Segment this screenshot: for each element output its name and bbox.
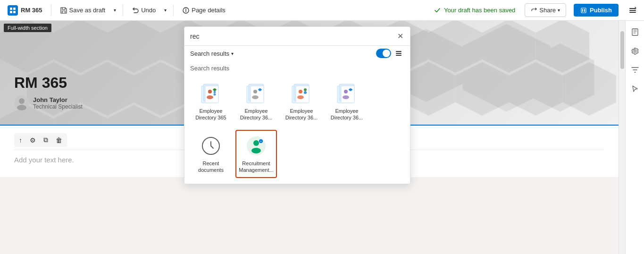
undo-button[interactable]: Undo — [128, 5, 159, 16]
svg-rect-2 — [10, 11, 12, 13]
topbar: RM 365 Save as draft ▾ Undo ▾ Page detai… — [0, 0, 644, 21]
hero-user-name: John Taylor — [33, 96, 83, 103]
publish-label: Publish — [590, 7, 612, 14]
scroll-thumb[interactable] — [620, 31, 624, 69]
svg-point-52 — [251, 148, 261, 153]
draft-saved-status: Your draft has been saved — [434, 7, 515, 14]
duplicate-icon[interactable]: ⧉ — [42, 135, 50, 145]
undo-arrow[interactable]: ▾ — [162, 6, 168, 15]
search-results-grid: EmployeeDirectory 365 — [190, 77, 404, 178]
svg-rect-5 — [581, 8, 586, 13]
svg-point-23 — [207, 95, 213, 99]
hero-user-info: John Taylor Technical Specialist — [33, 96, 83, 110]
publish-button[interactable]: Publish — [574, 4, 619, 17]
svg-point-45 — [344, 90, 348, 93]
search-input[interactable] — [190, 33, 393, 40]
svg-point-40 — [304, 88, 307, 91]
search-filter-toggle — [376, 49, 404, 58]
settings-icon[interactable]: ⚙ — [28, 135, 38, 145]
search-filter-row: Search results ▾ — [184, 46, 410, 61]
svg-rect-15 — [632, 29, 638, 35]
layout-toggle-button[interactable] — [625, 3, 640, 18]
fullwidth-badge: Full-width section — [4, 24, 51, 32]
svg-point-14 — [17, 105, 26, 110]
svg-point-26 — [214, 91, 216, 93]
share-label: Share — [539, 7, 556, 14]
share-button[interactable]: Share ▾ — [525, 3, 566, 17]
sidebar-filter-icon[interactable] — [627, 62, 643, 77]
emp365-icon — [200, 82, 222, 105]
toggle-web-button[interactable] — [376, 49, 391, 58]
result-recruit[interactable]: + RecruitmentManagement... — [235, 130, 277, 178]
save-as-draft-button[interactable]: Save as draft — [56, 5, 109, 16]
page-details-button[interactable]: Page details — [178, 5, 229, 16]
recruit-icon: + — [245, 135, 268, 157]
svg-rect-7 — [584, 9, 585, 12]
result-emp36a[interactable]: EmployeeDirectory 36... — [235, 77, 277, 126]
page-details-label: Page details — [192, 7, 226, 14]
hero-title-area: RM 365 John Taylor Technical Specialist — [14, 74, 83, 110]
svg-point-32 — [252, 95, 259, 99]
result-emp36a-label: EmployeeDirectory 36... — [240, 108, 272, 121]
svg-rect-6 — [582, 9, 583, 12]
svg-rect-18 — [396, 55, 401, 56]
save-as-draft-label: Save as draft — [69, 7, 106, 14]
topbar-divider-3 — [173, 5, 174, 16]
search-clear-button[interactable]: ✕ — [396, 31, 404, 42]
delete-icon[interactable]: 🗑 — [54, 135, 64, 145]
svg-point-46 — [343, 95, 349, 99]
hero-avatar — [14, 95, 29, 110]
svg-point-39 — [297, 95, 304, 99]
svg-rect-17 — [396, 53, 401, 54]
sidebar-cursor-icon[interactable] — [627, 81, 643, 96]
search-input-row: ✕ — [184, 27, 410, 46]
result-emp36c[interactable]: EmployeeDirectory 36... — [326, 77, 368, 126]
svg-rect-30 — [251, 86, 264, 103]
search-filter-chevron: ▾ — [231, 51, 234, 56]
search-filter-text: Search results — [190, 50, 229, 57]
topbar-left: RM 365 Save as draft ▾ Undo ▾ Page detai… — [4, 3, 229, 17]
emp36a-icon — [245, 82, 268, 105]
svg-rect-44 — [341, 86, 354, 103]
search-results-section: Search results — [184, 61, 410, 184]
search-popup: ✕ Search results ▾ Search results — [184, 26, 410, 184]
hero-user: John Taylor Technical Specialist — [14, 95, 83, 110]
toggle-web-dot — [383, 50, 390, 57]
draft-saved-text: Your draft has been saved — [444, 7, 515, 14]
text-section-toolbar: ↑ ⚙ ⧉ 🗑 — [14, 133, 67, 147]
result-recent-label: Recentdocuments — [198, 160, 224, 174]
search-filter-label[interactable]: Search results ▾ — [190, 50, 234, 57]
svg-rect-37 — [296, 86, 309, 103]
svg-rect-0 — [10, 8, 12, 10]
hero-title: RM 365 — [14, 74, 83, 92]
sidebar-book-icon[interactable] — [627, 25, 643, 40]
app-icon — [8, 5, 18, 16]
result-emp36b[interactable]: EmployeeDirectory 36... — [281, 77, 322, 126]
svg-point-38 — [299, 90, 302, 93]
result-emp365[interactable]: EmployeeDirectory 365 — [190, 77, 232, 126]
topbar-divider-2 — [123, 5, 123, 16]
svg-rect-9 — [629, 10, 636, 11]
result-emp36c-label: EmployeeDirectory 36... — [331, 108, 363, 121]
svg-text:+: + — [260, 140, 262, 143]
svg-rect-10 — [629, 12, 636, 13]
svg-rect-21 — [205, 86, 218, 103]
svg-point-22 — [208, 90, 212, 93]
right-sidebar — [625, 21, 644, 254]
app-name-label: RM 365 — [21, 7, 42, 14]
result-recruit-label: RecruitmentManagement... — [239, 160, 273, 174]
sidebar-settings-icon[interactable] — [627, 43, 643, 59]
save-draft-arrow[interactable]: ▾ — [112, 6, 118, 15]
topbar-divider-1 — [51, 5, 51, 16]
result-recent[interactable]: Recentdocuments — [190, 130, 232, 178]
svg-rect-3 — [13, 11, 16, 13]
result-emp36b-label: EmployeeDirectory 36... — [285, 108, 318, 121]
toggle-list-button[interactable] — [393, 49, 404, 58]
svg-point-51 — [253, 140, 259, 146]
emp36b-icon — [290, 82, 313, 105]
move-up-icon[interactable]: ↑ — [17, 135, 24, 145]
scrollbar[interactable] — [619, 21, 625, 254]
text-placeholder[interactable]: Add your text here. — [14, 156, 74, 164]
svg-rect-1 — [13, 8, 16, 10]
app-badge: RM 365 — [4, 3, 46, 17]
